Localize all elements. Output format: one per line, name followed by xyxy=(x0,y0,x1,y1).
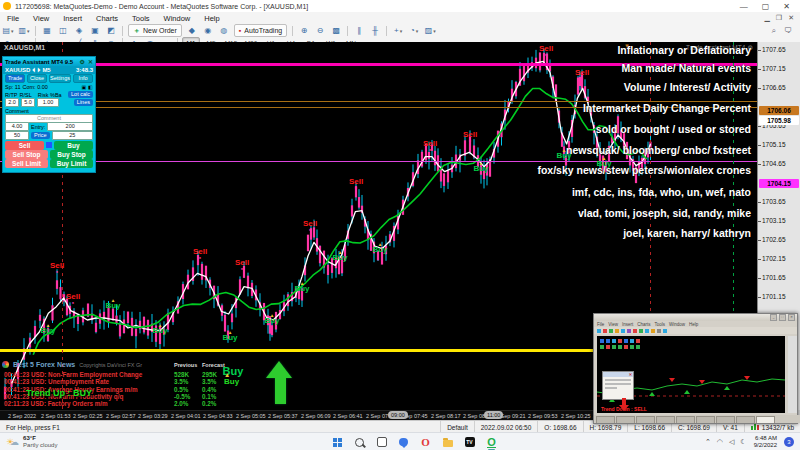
mini-symbol-square[interactable] xyxy=(612,339,616,343)
new-chart-icon[interactable]: ▤▾ xyxy=(1,24,15,37)
mini-symbol-square[interactable] xyxy=(624,339,628,343)
mini-symbol-square[interactable] xyxy=(606,339,610,343)
accounts-icon[interactable]: ◉ xyxy=(201,24,215,37)
bar-chart-icon[interactable]: ∥ xyxy=(352,24,366,37)
trade-panel-tab-info[interactable]: Info xyxy=(73,74,93,83)
start-button[interactable] xyxy=(330,435,345,450)
mini-toolbar-icon[interactable] xyxy=(609,329,613,333)
mini-toolbar-icon[interactable] xyxy=(645,329,649,333)
mini-symbol-square[interactable] xyxy=(624,345,628,349)
web-icon[interactable]: ◍ xyxy=(217,24,231,37)
close-button[interactable]: ✕ xyxy=(783,2,790,11)
mini-menu-file[interactable]: File xyxy=(597,322,604,327)
mini-symbol-square[interactable] xyxy=(618,345,622,349)
mini-symbol-tab[interactable] xyxy=(676,416,695,423)
minimize-button[interactable]: — xyxy=(740,2,748,11)
trade-panel-tab-settings[interactable]: Settings xyxy=(49,74,71,83)
mini-symbol-square[interactable] xyxy=(606,345,610,349)
menu-window[interactable]: Window xyxy=(157,14,198,23)
lot-calc-button[interactable]: Lot calc xyxy=(68,91,93,98)
mini-toolbar-icon[interactable] xyxy=(603,329,607,333)
chat-icon[interactable] xyxy=(396,435,411,450)
menu-view[interactable]: View xyxy=(26,14,56,23)
menu-insert[interactable]: Insert xyxy=(56,14,89,23)
file-explorer-icon[interactable] xyxy=(440,435,455,450)
mini-symbol-square[interactable] xyxy=(630,345,634,349)
taskbar-clock[interactable]: 6:48 AM 9/2/2022 xyxy=(754,435,777,450)
zoom-in-icon[interactable]: ⊕ xyxy=(297,24,311,37)
menu-charts[interactable]: Charts xyxy=(89,14,125,23)
camera-icon[interactable]: ▣ xyxy=(82,84,87,90)
chart-shift-marker[interactable]: ▼ xyxy=(624,43,630,49)
mini-symbol-square[interactable] xyxy=(636,339,640,343)
tradingview-icon[interactable]: TV xyxy=(462,435,477,450)
dropdown-arrow-icon[interactable]: ▾ xyxy=(400,28,403,34)
opera-icon[interactable]: O xyxy=(418,435,433,450)
child-restore-button[interactable]: ❐ xyxy=(776,14,782,22)
mini-dialog[interactable]: ✕ xyxy=(602,371,634,400)
weather-widget[interactable]: ☀☁ 63°F Partly cloudy xyxy=(0,435,126,449)
symbol-prev-icon[interactable]: ⏴ xyxy=(32,67,35,74)
panel-close-icon[interactable]: ✕ xyxy=(88,58,93,65)
profiles-icon[interactable]: ▥▾ xyxy=(17,24,31,37)
mini-maximize-button[interactable]: □ xyxy=(779,314,786,321)
indicators-icon[interactable]: +▾ xyxy=(391,24,405,37)
mini-menu-window[interactable]: Window xyxy=(669,322,685,327)
dropdown-arrow-icon[interactable]: ▾ xyxy=(416,28,419,34)
data-window-icon[interactable]: ◫ xyxy=(56,24,70,37)
lock-icon[interactable]: ◧ xyxy=(88,84,93,90)
tile-windows-icon[interactable]: ▩ xyxy=(329,24,343,37)
dropdown-arrow-icon[interactable]: ▾ xyxy=(11,28,14,34)
buy-stop-button[interactable]: Buy Stop xyxy=(50,150,93,159)
mini-symbol-square[interactable] xyxy=(618,339,622,343)
menu-tools[interactable]: Tools xyxy=(125,14,157,23)
mini-symbol-square[interactable] xyxy=(630,339,634,343)
lot-input[interactable]: 4.00 xyxy=(5,122,29,131)
sell-limit-button[interactable]: Sell Limit xyxy=(5,159,48,168)
metaeditor-icon[interactable]: ◆ xyxy=(185,24,199,37)
new-order-button[interactable]: ＋New Order xyxy=(128,24,182,37)
menu-help[interactable]: Help xyxy=(197,14,226,23)
chat-icon[interactable]: 🗨 xyxy=(784,26,792,36)
mini-toolbar-icon[interactable] xyxy=(663,329,667,333)
mini-toolbar-icon[interactable] xyxy=(621,329,625,333)
mini-symbol-tabs[interactable] xyxy=(594,415,800,423)
notification-badge[interactable]: 3 xyxy=(784,437,794,447)
dropdown-arrow-icon[interactable]: ▾ xyxy=(27,28,30,34)
menu-file[interactable]: File xyxy=(0,14,26,23)
symbol-next-icon[interactable]: ⏵ xyxy=(37,67,40,74)
child-close-button[interactable]: ✕ xyxy=(788,14,794,22)
autotrading-button[interactable]: ▪AutoTrading xyxy=(234,24,287,37)
swap-icon[interactable] xyxy=(46,142,52,148)
horizontal-line-3[interactable] xyxy=(0,161,757,162)
periods-icon[interactable]: ◔▾ xyxy=(407,24,421,37)
mini-symbol-square[interactable] xyxy=(600,339,604,343)
mini-menu-tools[interactable]: Tools xyxy=(654,322,665,327)
sell-button[interactable]: Sell xyxy=(5,141,44,150)
mini-dialog-close-icon[interactable]: ✕ xyxy=(629,372,633,377)
market-watch-icon[interactable]: ▦ xyxy=(40,24,54,37)
mini-symbol-tab[interactable] xyxy=(596,416,615,423)
entry-input[interactable]: 200 xyxy=(47,122,93,131)
mini-close-button[interactable]: ✕ xyxy=(788,314,795,321)
price-button[interactable]: Price xyxy=(31,132,50,139)
risk-input[interactable]: 1.00 xyxy=(37,98,59,107)
mini-toolbar-icon[interactable] xyxy=(615,329,619,333)
lines-button[interactable]: Lines xyxy=(74,99,93,106)
mini-toolbar-icon[interactable] xyxy=(651,329,655,333)
task-view-button[interactable] xyxy=(374,435,389,450)
buy-button[interactable]: Buy xyxy=(54,141,93,150)
mini-menu-view[interactable]: View xyxy=(608,322,618,327)
zoom-out-icon[interactable]: ⊖ xyxy=(313,24,327,37)
rsl-input[interactable]: 5.0 xyxy=(21,98,35,107)
trade-panel-titlebar[interactable]: Trade Assistant MT4 9.5 ⚙ ✕ xyxy=(3,57,95,66)
strategy-tester-icon[interactable]: ◩ xyxy=(104,24,118,37)
mini-menu-charts[interactable]: Charts xyxy=(637,322,650,327)
mini-symbol-tab[interactable] xyxy=(756,416,775,423)
mini-window-titlebar[interactable]: _ □ ✕ xyxy=(594,314,797,321)
volume-icon[interactable]: ◁ xyxy=(729,438,734,446)
mini-toolbar-icon[interactable] xyxy=(627,329,631,333)
tray-chevron-icon[interactable]: ⌃ xyxy=(705,438,711,446)
wifi-icon[interactable]: ◠ xyxy=(717,438,723,446)
dropdown-arrow-icon[interactable]: ▾ xyxy=(433,28,436,34)
